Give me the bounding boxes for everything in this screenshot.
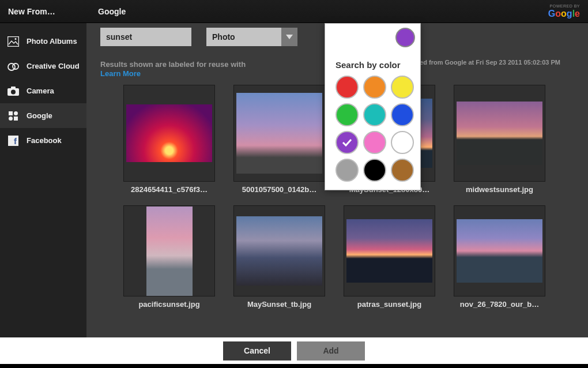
sidebar-item-creative-cloud[interactable]: Creative Cloud <box>0 54 86 78</box>
color-swatch-purple[interactable] <box>336 131 359 154</box>
media-type-select[interactable]: Photo <box>206 28 297 46</box>
thumbnail-image <box>457 102 542 165</box>
thumb-filename: 5001057500_0142b… <box>233 185 325 194</box>
select-label: Photo <box>206 32 281 42</box>
svg-rect-7 <box>9 111 13 115</box>
thumbnail-image <box>236 93 322 174</box>
svg-point-1 <box>15 38 17 40</box>
svg-point-3 <box>13 63 18 69</box>
svg-rect-5 <box>11 87 16 89</box>
result-thumb[interactable]: 5001057500_0142b… <box>233 85 325 194</box>
svg-point-6 <box>11 89 16 94</box>
facebook-icon: f <box>7 134 20 147</box>
color-swatch-yellow[interactable] <box>391 76 414 99</box>
thumbnail-image <box>346 219 432 283</box>
camera-icon <box>7 85 20 97</box>
color-swatch-teal[interactable] <box>363 103 386 126</box>
photo-albums-icon <box>7 35 20 48</box>
cancel-button[interactable]: Cancel <box>223 341 291 361</box>
result-thumb[interactable]: pacificsunset.jpg <box>123 205 215 309</box>
learn-more-link[interactable]: Learn More <box>100 69 246 78</box>
sidebar-item-label: Photo Albums <box>27 37 77 46</box>
creative-cloud-icon <box>7 60 20 73</box>
result-thumb[interactable]: patras_sunset.jpg <box>344 205 435 309</box>
clip-timestamp: Clipped from Google at Fri Sep 23 2011 0… <box>404 59 574 66</box>
result-thumb[interactable]: nov_26_7820_our_b… <box>454 205 545 309</box>
page-title: Google <box>86 7 548 16</box>
thumb-filename: 2824654411_c576f3… <box>123 185 215 194</box>
sidebar-item-label: Creative Cloud <box>27 62 80 70</box>
thumbnail-image <box>236 216 322 286</box>
color-swatch-white[interactable] <box>391 131 414 154</box>
search-input[interactable] <box>100 28 191 46</box>
thumbnail-image <box>146 206 193 296</box>
svg-rect-11 <box>8 136 18 146</box>
results-info-text: Results shown are labeled for reuse with <box>100 60 246 69</box>
thumb-filename: patras_sunset.jpg <box>344 300 435 309</box>
google-icon <box>7 110 20 122</box>
color-swatch-pink[interactable] <box>363 131 386 154</box>
action-bar: Cancel Add <box>0 337 588 364</box>
google-logo: Google <box>548 9 580 18</box>
thumbnail-image <box>126 104 212 162</box>
result-thumb[interactable]: midwestsunset.jpg <box>454 85 545 194</box>
color-filter-popover: Search by color <box>325 23 421 190</box>
color-popover-title: Search by color <box>325 51 420 76</box>
sidebar-item-google[interactable]: Google <box>0 103 86 128</box>
powered-by-google: POWERED BY Google <box>548 4 588 18</box>
svg-point-10 <box>9 117 13 121</box>
color-swatch-green[interactable] <box>336 103 359 126</box>
color-swatch-red[interactable] <box>336 76 359 99</box>
sidebar-item-camera[interactable]: Camera <box>0 78 86 103</box>
sidebar-item-facebook[interactable]: f Facebook <box>0 128 86 153</box>
sidebar-item-label: Google <box>27 111 52 120</box>
add-button[interactable]: Add <box>297 341 365 361</box>
result-thumb[interactable]: MaySunset_tb.jpg <box>233 205 325 309</box>
color-swatch-black[interactable] <box>363 159 386 182</box>
color-swatch-brown[interactable] <box>391 159 414 182</box>
svg-rect-9 <box>14 117 18 121</box>
color-swatch-orange[interactable] <box>363 76 386 99</box>
thumb-filename: MaySunset_tb.jpg <box>233 300 325 309</box>
color-swatch-blue[interactable] <box>391 103 414 126</box>
color-filter-chip[interactable] <box>395 28 415 47</box>
result-thumb[interactable]: 2824654411_c576f3… <box>123 85 215 194</box>
sidebar-header: New From… <box>0 7 86 16</box>
thumbnail-image <box>457 219 542 283</box>
svg-point-8 <box>14 111 18 115</box>
thumb-filename: pacificsunset.jpg <box>123 300 215 309</box>
system-taskbar <box>0 364 588 368</box>
sidebar-item-photo-albums[interactable]: Photo Albums <box>0 29 86 54</box>
svg-rect-0 <box>8 36 19 46</box>
chevron-down-icon <box>281 28 297 46</box>
sidebar-item-label: Camera <box>27 87 54 95</box>
thumb-filename: nov_26_7820_our_b… <box>454 300 545 309</box>
sidebar-item-label: Facebook <box>27 136 62 145</box>
svg-marker-13 <box>286 35 293 39</box>
thumb-filename: midwestsunset.jpg <box>454 185 545 194</box>
source-sidebar: Photo Albums Creative Cloud Camera Googl… <box>0 23 86 337</box>
color-swatch-gray[interactable] <box>336 159 359 182</box>
